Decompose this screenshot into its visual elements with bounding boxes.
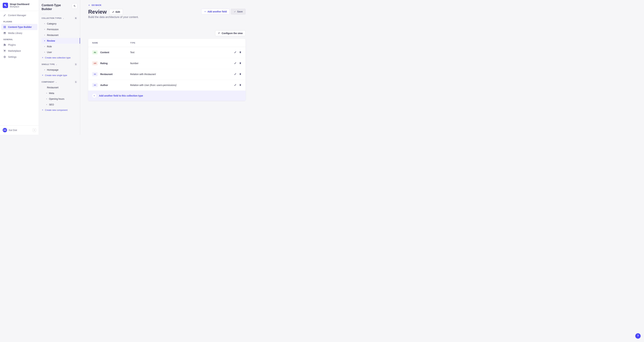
add-field-footer[interactable]: Add another field to this collection typ… [88,91,246,101]
edit-field-button[interactable] [234,73,236,76]
tree-item-user[interactable]: User [42,49,77,55]
main-content: Go Back Review Edit Build the data archi… [80,0,254,135]
secondary-sidebar: Content-Type Builder Collection Types 6 … [39,0,80,135]
nav-label: Content-Type Builder [8,26,32,28]
field-type-icon: 123 [92,61,98,65]
svg-rect-4 [4,27,4,28]
tree-item-restaurant[interactable]: Restaurant [42,32,77,38]
field-type: Relation with Restaurant [130,73,234,76]
group-title: Single Type [42,63,55,65]
delete-field-button[interactable] [239,84,242,87]
nav-plugins-heading: Plugins [1,18,38,24]
brand-logo [3,3,8,8]
nav-settings[interactable]: Settings [1,54,38,60]
field-type-icon [92,83,98,87]
th-name: Name [92,42,130,44]
edit-button[interactable]: Edit [109,9,123,15]
nav-general-heading: General [1,36,38,42]
create-single-type[interactable]: Create new single type [42,73,77,78]
puzzle-icon [3,44,6,46]
user-footer: KD Kai Doe [0,125,39,135]
create-component[interactable]: Create new component [42,107,77,113]
plus-icon [92,94,96,98]
table-row: AuthorRelation with User (from: users-pe… [88,80,246,91]
configure-view-button[interactable]: Configure the view [215,30,246,36]
nav-media-library[interactable]: Media Library [1,30,38,36]
caret-down-icon [62,17,64,19]
caret-down-icon [56,63,57,65]
field-name: Restaurant [100,73,130,76]
group-count: 1 [74,81,77,83]
single-type-header[interactable]: Single Type 1 [42,62,77,67]
brand: Strapi Dashboard Workplace [0,0,39,11]
group-count: 6 [74,17,77,20]
page-title: Review [88,9,107,15]
table-row: AbContentText [88,47,246,58]
tree-item-review[interactable]: Review [42,38,80,44]
search-button[interactable] [72,3,77,9]
gear-icon [3,56,6,58]
edit-field-button[interactable] [234,84,236,87]
field-type: Relation with User (from: users-permissi… [130,84,234,86]
field-type: Text [130,51,234,54]
create-collection-type[interactable]: Create new collection type [42,55,77,60]
svg-rect-1 [6,6,6,7]
delete-field-button[interactable] [239,51,242,54]
field-type: Number [130,62,234,65]
tree-item-opening-hours[interactable]: Opening hours [42,96,77,102]
nav-plugins[interactable]: Plugins [1,42,38,48]
edit-field-button[interactable] [234,62,236,65]
save-button[interactable]: Save [231,9,246,15]
nav-label: Plugins [8,44,16,46]
collection-types-header[interactable]: Collection Types 6 [42,16,77,21]
field-type-icon: Ab [92,50,98,54]
delete-field-button[interactable] [239,73,242,76]
go-back-link[interactable]: Go Back [88,4,102,6]
brand-subtitle: Workplace [10,6,29,8]
caret-down-icon [44,87,46,88]
field-name: Author [100,84,130,86]
user-name: Kai Doe [9,129,31,131]
tree-item-homepage[interactable]: Homepage [42,67,77,73]
brand-title: Strapi Dashboard [10,3,29,6]
secondary-title: Content-Type Builder [42,3,72,11]
add-field-footer-label: Add another field to this collection typ… [99,94,143,97]
tree-item-meta[interactable]: Meta [42,90,77,96]
nav-content-manager[interactable]: Content Manager [1,12,38,18]
field-type-icon [92,72,98,76]
grid-icon [3,26,6,28]
add-field-button[interactable]: Add another field [201,9,230,15]
field-name: Content [100,51,130,54]
svg-rect-2 [4,26,4,27]
fields-table: Name Type AbContentText123RatingNumberRe… [88,39,246,101]
group-title: Component [42,81,54,83]
tree-item-permission[interactable]: Permission [42,27,77,32]
tree-item-seo[interactable]: SEO [42,102,77,107]
group-title: Collection Types [42,17,62,19]
nav-content-type-builder[interactable]: Content-Type Builder [1,24,38,30]
svg-rect-5 [5,27,6,28]
tree-item-role[interactable]: Role [42,44,77,49]
page-description: Build the data architecture of your cont… [88,16,139,19]
component-header[interactable]: Component 1 [42,79,77,85]
svg-rect-3 [5,26,6,27]
group-count: 1 [74,63,77,66]
collapse-sidebar-button[interactable] [33,128,36,132]
pencil-square-icon [3,14,6,17]
tree-item-category[interactable]: Category [42,21,77,27]
field-name: Rating [100,62,130,65]
nav-label: Marketplace [8,50,21,52]
nav-label: Content Manager [8,14,26,17]
nav-label: Media Library [8,32,22,34]
th-type: Type [130,42,135,44]
image-icon [3,32,6,34]
avatar: KD [3,128,7,132]
nav-label: Settings [8,56,16,58]
main-sidebar: Strapi Dashboard Workplace Content Manag… [0,0,39,135]
svg-rect-0 [4,4,6,6]
delete-field-button[interactable] [239,62,242,65]
nav-marketplace[interactable]: Marketplace [1,48,38,54]
edit-field-button[interactable] [234,51,236,54]
tree-item-restaurant-component[interactable]: Restaurant [42,85,77,90]
table-row: RestaurantRelation with Restaurant [88,69,246,80]
